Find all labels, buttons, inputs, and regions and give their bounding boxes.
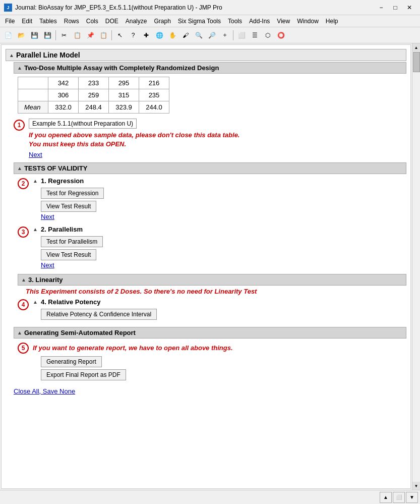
step-1-row: 1 Example 5.1.1(without Preparation U) I… [14, 119, 406, 158]
scroll-up-button[interactable]: ▲ [412, 43, 421, 51]
step-1-circle: 1 [14, 120, 25, 131]
linearity-note: This Experiment consists of 2 Doses. So … [26, 288, 406, 295]
toolbar-shape2[interactable]: ⭕ [275, 29, 287, 41]
toolbar-shape1[interactable]: ⬡ [262, 29, 274, 41]
menu-doe[interactable]: DOE [102, 17, 122, 26]
step-5-sub-section: Generating Report Export Final Report as… [41, 355, 406, 381]
step-5-circle: 5 [18, 343, 29, 354]
toolbar-save[interactable]: 💾 [28, 29, 40, 41]
linearity-section: ▲ 3. Linearity This Experiment consists … [18, 274, 406, 295]
scroll-track [412, 51, 420, 482]
step-3-row: 3 ▲ 2. Parallelism Test for Parallelism … [18, 226, 406, 271]
title-bar: J Journal: BioAssay for JMP_EP5.3_Ex.5.1… [0, 0, 420, 15]
scroll-down-button[interactable]: ▼ [412, 482, 421, 490]
linearity-header: ▲ 3. Linearity [18, 274, 406, 286]
step-4-circle: 4 [18, 299, 29, 310]
bottom-restore-button[interactable]: ⬜ [393, 492, 405, 503]
step-1-next-link[interactable]: Next [29, 151, 42, 158]
step-2-next-link[interactable]: Next [41, 213, 54, 220]
regression-sub-section: Test for Regression View Test Result Nex… [41, 187, 406, 220]
test-for-regression-button[interactable]: Test for Regression [41, 188, 104, 199]
table-cell: 259 [79, 89, 109, 101]
scroll-thumb[interactable] [413, 52, 420, 72]
toolbar-search[interactable]: 🔍 [193, 29, 205, 41]
assay-table: 342 233 295 216 306 259 315 235 [18, 77, 169, 114]
collapse-triangle-two-dose[interactable]: ▲ [17, 65, 22, 71]
toolbar-frame[interactable]: ⬜ [235, 29, 248, 41]
right-scrollbar: ▲ ▼ [412, 43, 420, 490]
step-2-circle: 2 [18, 178, 29, 189]
collapse-triangle-regression[interactable]: ▲ [33, 178, 38, 184]
warning-line-1: If you opened above sample data, please … [29, 131, 406, 140]
toolbar-paste2[interactable]: 📋 [97, 29, 109, 41]
collapse-triangle-linearity[interactable]: ▲ [21, 277, 26, 283]
close-button[interactable]: ✕ [403, 3, 416, 13]
toolbar-save2[interactable]: 💾 [41, 29, 53, 41]
toolbar-paste[interactable]: 📌 [84, 29, 96, 41]
bottom-up-button[interactable]: ▲ [380, 492, 392, 503]
toolbar-select[interactable]: ↖ [114, 29, 126, 41]
menu-rows[interactable]: Rows [61, 17, 82, 26]
menu-help[interactable]: Help [323, 17, 341, 26]
tests-validity-header: ▲ TESTS OF VALIDITY [14, 162, 406, 174]
parallelism-title: 2. Parallelism [41, 226, 83, 233]
step-3-next-link[interactable]: Next [41, 261, 54, 269]
menu-cols[interactable]: Cols [83, 17, 101, 26]
table-cell [18, 89, 48, 101]
toolbar-help[interactable]: ? [127, 29, 139, 41]
toolbar-plus[interactable]: ＋ [219, 29, 231, 41]
generating-report-button[interactable]: Generating Report [41, 356, 102, 367]
collapse-triangle-report[interactable]: ▲ [17, 330, 22, 335]
step-5-warning: If you want to generate report, we have … [33, 344, 406, 353]
menu-edit[interactable]: Edit [19, 17, 35, 26]
toolbar-lines[interactable]: ☰ [249, 29, 261, 41]
data-table-container: 342 233 295 216 306 259 315 235 [18, 77, 406, 114]
relative-potency-confidence-button[interactable]: Relative Potency & Confidence Interval [41, 309, 157, 320]
bottom-bar: ▲ ⬜ ▼ [0, 490, 420, 504]
table-row: 306 259 315 235 [18, 89, 169, 101]
test-for-parallelism-button[interactable]: Test for Parallelism [41, 236, 103, 247]
toolbar-globe[interactable]: 🌐 [153, 29, 165, 41]
menu-analyze[interactable]: Analyze [123, 17, 150, 26]
toolbar-copy[interactable]: 📋 [71, 29, 83, 41]
toolbar-cut[interactable]: ✂ [58, 29, 70, 41]
rel-potency-title: 4. Relative Potency [41, 298, 101, 306]
bottom-menu-button[interactable]: ▼ [406, 492, 418, 503]
maximize-button[interactable]: □ [389, 3, 402, 13]
menu-tables[interactable]: Tables [36, 17, 60, 26]
menu-view[interactable]: View [274, 17, 293, 26]
menu-six-sigma[interactable]: Six Sigma Tools [175, 17, 224, 26]
table-cell: 233 [79, 77, 109, 89]
collapse-triangle-tests[interactable]: ▲ [17, 165, 22, 171]
toolbar-hand[interactable]: ✋ [166, 29, 178, 41]
menu-add-ins[interactable]: Add-Ins [246, 17, 273, 26]
minimize-button[interactable]: − [375, 3, 388, 13]
view-test-result-parallelism-button[interactable]: View Test Result [41, 249, 96, 260]
table-cell: 216 [139, 77, 169, 89]
menu-file[interactable]: File [2, 17, 18, 26]
export-pdf-button[interactable]: Export Final Report as PDF [41, 369, 126, 380]
footer-area: Close All, Save None [14, 387, 406, 395]
collapse-triangle-rel-potency[interactable]: ▲ [33, 299, 38, 305]
collapse-triangle-main[interactable]: ▲ [9, 52, 14, 58]
collapse-triangle-parallelism[interactable]: ▲ [33, 227, 38, 232]
view-test-result-regression-button[interactable]: View Test Result [41, 201, 96, 212]
parallel-line-model-header: ▲ Parallel Line Model [6, 49, 406, 61]
step-1-warning: If you opened above sample data, please … [29, 131, 406, 149]
toolbar-zoom[interactable]: 🔎 [206, 29, 218, 41]
table-row: Mean 332.0 248.4 323.9 244.0 [18, 101, 169, 114]
table-cell: 332.0 [48, 101, 79, 114]
table-cell: 342 [48, 77, 79, 89]
toolbar-new[interactable]: 📄 [2, 29, 14, 41]
menu-bar: File Edit Tables Rows Cols DOE Analyze G… [0, 15, 420, 27]
toolbar-add[interactable]: ✚ [140, 29, 152, 41]
generating-report-header: ▲ Generating Semi-Automated Report [14, 327, 406, 339]
toolbar-brush[interactable]: 🖌 [179, 29, 192, 41]
toolbar-separator-1 [55, 30, 56, 40]
toolbar-separator-2 [111, 30, 112, 40]
menu-graph[interactable]: Graph [151, 17, 173, 26]
close-all-link[interactable]: Close All, Save None [14, 387, 75, 395]
menu-tools[interactable]: Tools [225, 17, 245, 26]
toolbar-open[interactable]: 📂 [15, 29, 27, 41]
menu-window[interactable]: Window [294, 17, 322, 26]
